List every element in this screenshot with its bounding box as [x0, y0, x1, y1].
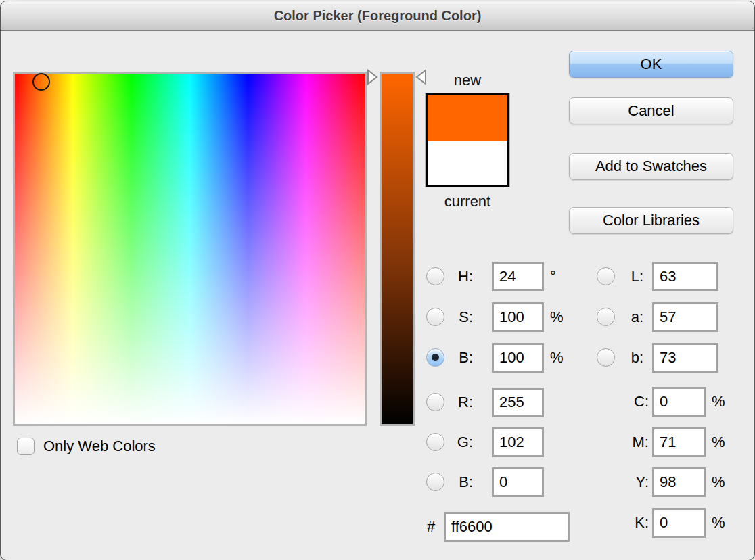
slider-handle-left-icon[interactable]	[367, 69, 379, 85]
yellow-label: Y:	[597, 473, 649, 491]
title-bar[interactable]: Color Picker (Foreground Color)	[1, 1, 754, 31]
cyan-unit: %	[712, 393, 725, 411]
new-color-label: new	[424, 72, 511, 89]
new-color-swatch	[428, 95, 507, 141]
blue-radio[interactable]	[426, 473, 444, 491]
brightness-unit: %	[550, 349, 564, 367]
color-field[interactable]	[13, 72, 367, 426]
blue-label: B:	[446, 473, 473, 491]
current-color-label: current	[424, 193, 511, 210]
magenta-label: M:	[597, 434, 649, 451]
only-web-colors-label: Only Web Colors	[43, 438, 156, 455]
hue-input[interactable]	[492, 262, 544, 291]
lab-b-row: b:	[597, 342, 718, 373]
lab-b-input[interactable]	[652, 343, 718, 373]
lab-a-input[interactable]	[652, 302, 718, 332]
color-field-cursor-icon[interactable]	[32, 73, 50, 91]
lab-a-label: a:	[616, 308, 643, 326]
lab-l-label: L:	[616, 268, 643, 285]
cyan-label: C:	[597, 393, 649, 411]
magenta-unit: %	[712, 434, 725, 451]
brightness-row: B: %	[426, 342, 564, 373]
hex-input[interactable]	[444, 512, 570, 542]
lab-l-radio[interactable]	[597, 267, 615, 285]
cancel-button[interactable]: Cancel	[569, 97, 733, 124]
yellow-input[interactable]	[652, 467, 706, 497]
lab-a-row: a:	[597, 302, 718, 332]
color-swatch	[426, 93, 509, 187]
red-input[interactable]	[492, 388, 544, 417]
red-radio[interactable]	[426, 393, 444, 411]
saturation-label: S:	[446, 308, 473, 326]
cyan-input[interactable]	[652, 387, 706, 417]
black-unit: %	[712, 514, 725, 532]
red-label: R:	[446, 394, 473, 411]
radio-dot-icon	[432, 354, 439, 361]
lab-a-radio[interactable]	[597, 308, 615, 326]
lab-b-radio[interactable]	[597, 348, 615, 367]
hex-row: #	[427, 511, 570, 542]
color-libraries-button[interactable]: Color Libraries	[569, 207, 733, 234]
green-row: G:	[426, 427, 544, 457]
green-label: G:	[446, 434, 473, 451]
green-radio[interactable]	[426, 433, 444, 451]
red-row: R:	[426, 387, 544, 417]
current-color-swatch[interactable]	[428, 141, 507, 185]
saturation-radio[interactable]	[426, 308, 444, 326]
ok-button[interactable]: OK	[569, 51, 733, 78]
color-picker-dialog: Color Picker (Foreground Color) new curr…	[0, 1, 755, 560]
only-web-colors-checkbox[interactable]	[17, 438, 35, 455]
hue-radio[interactable]	[426, 267, 444, 285]
brightness-input[interactable]	[492, 343, 544, 373]
magenta-input[interactable]	[652, 427, 706, 457]
hue-row: H: °	[426, 261, 556, 291]
green-input[interactable]	[492, 427, 544, 457]
hue-label: H:	[446, 268, 473, 285]
magenta-row: M: %	[597, 427, 725, 457]
blue-row: B:	[426, 467, 544, 497]
blue-input[interactable]	[492, 467, 544, 497]
lab-l-row: L:	[597, 261, 718, 291]
add-to-swatches-button[interactable]: Add to Swatches	[569, 153, 733, 180]
cyan-row: C: %	[597, 386, 725, 417]
dialog-title: Color Picker (Foreground Color)	[274, 8, 482, 24]
yellow-unit: %	[712, 473, 725, 491]
brightness-label: B:	[446, 349, 473, 367]
saturation-row: S: %	[426, 302, 564, 332]
yellow-row: Y: %	[597, 467, 725, 497]
hex-label: #	[427, 518, 442, 536]
brightness-radio[interactable]	[426, 348, 444, 367]
saturation-unit: %	[550, 308, 564, 326]
brightness-slider[interactable]	[380, 72, 415, 426]
hue-unit: °	[550, 268, 556, 285]
black-label: K:	[597, 514, 649, 532]
saturation-input[interactable]	[492, 302, 544, 332]
lab-l-input[interactable]	[652, 262, 718, 291]
only-web-colors-row: Only Web Colors	[17, 438, 156, 455]
black-input[interactable]	[652, 508, 706, 538]
lab-b-label: b:	[616, 349, 643, 367]
black-row: K: %	[597, 507, 725, 538]
